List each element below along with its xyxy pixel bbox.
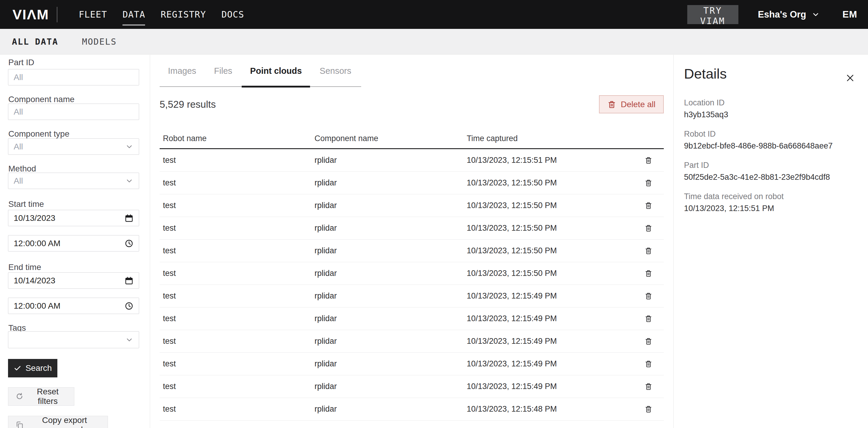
component-type-select[interactable]: All [8, 138, 139, 155]
table-row[interactable]: test rplidar 10/13/2023, 12:15:50 PM [160, 262, 664, 285]
clock-icon [125, 239, 133, 248]
details-panel: Details Location ID h3yb135aq3 Robot ID … [673, 55, 868, 428]
part-id-detail-value: 50f25de2-5a3c-41e2-8b81-23e2f9b4cdf8 [684, 173, 859, 182]
tab-files[interactable]: Files [206, 55, 241, 86]
nav-item-fleet[interactable]: FLEET [79, 7, 107, 22]
chevron-down-icon [125, 336, 133, 344]
delete-row-button[interactable] [643, 426, 654, 428]
end-date-value: 10/14/2023 [14, 276, 125, 285]
end-time-value: 12:00:00 AM [14, 301, 125, 311]
table-row[interactable]: test rplidar 10/13/2023, 12:15:49 PM [160, 353, 664, 375]
close-details-button[interactable] [844, 72, 857, 85]
org-name: Esha's Org [758, 9, 806, 20]
delete-all-button[interactable]: Delete all [599, 95, 664, 113]
search-button[interactable]: Search [8, 359, 57, 377]
robot-id-label: Robot ID [684, 130, 859, 139]
delete-row-button[interactable] [643, 200, 654, 211]
part-id-detail-label: Part ID [684, 161, 859, 170]
reset-icon [16, 392, 24, 401]
trash-icon [644, 201, 653, 210]
start-date-input[interactable]: 10/13/2023 [8, 210, 139, 226]
method-label: Method [8, 164, 36, 173]
top-nav-bar: VIΛM FLEET DATA REGISTRY DOCS TRY VIAM E… [0, 0, 868, 29]
table-row[interactable]: test rplidar 10/13/2023, 12:15:51 PM [160, 149, 664, 172]
cell-component-name: rplidar [311, 314, 463, 323]
avatar[interactable]: EM [842, 9, 857, 20]
org-menu[interactable]: Esha's Org [758, 9, 820, 20]
nav-item-registry[interactable]: REGISTRY [160, 7, 206, 22]
table-row[interactable]: test rplidar 10/13/2023, 12:15:49 PM [160, 330, 664, 353]
component-type-label: Component type [8, 129, 69, 139]
filters-sidebar: Part ID All Component name All Component… [0, 55, 150, 428]
details-field: Time data received on robot 10/13/2023, … [684, 192, 859, 213]
delete-row-button[interactable] [643, 155, 654, 166]
delete-row-button[interactable] [643, 359, 654, 369]
reset-filters-label: Reset filters [29, 387, 67, 406]
cell-component-name: rplidar [311, 201, 463, 210]
tab-point-clouds[interactable]: Point clouds [242, 55, 310, 86]
table-row[interactable]: test rplidar 10/13/2023, 12:15:48 PM [160, 421, 664, 428]
table-header: Robot name Component name Time captured [160, 129, 664, 149]
table-row[interactable]: test rplidar 10/13/2023, 12:15:49 PM [160, 285, 664, 308]
reset-filters-button[interactable]: Reset filters [8, 387, 74, 406]
delete-row-button[interactable] [643, 336, 654, 347]
component-name-input[interactable]: All [8, 104, 139, 120]
delete-row-button[interactable] [643, 177, 654, 189]
cell-time-captured: 10/13/2023, 12:15:48 PM [463, 404, 633, 414]
copy-export-button[interactable]: Copy export command [8, 416, 108, 428]
cell-component-name: rplidar [311, 291, 463, 301]
cell-actions [633, 336, 664, 347]
cell-actions [633, 155, 664, 166]
robot-id-value: 9b12ebcf-bfe8-486e-988b-6a668648aee7 [684, 141, 859, 151]
time-received-label: Time data received on robot [684, 192, 859, 201]
delete-row-button[interactable] [643, 268, 654, 279]
tab-images[interactable]: Images [160, 55, 205, 86]
column-component-name: Component name [311, 134, 463, 143]
copy-icon [16, 421, 24, 428]
table-row[interactable]: test rplidar 10/13/2023, 12:15:50 PM [160, 172, 664, 194]
start-time-input[interactable]: 12:00:00 AM [8, 235, 139, 252]
cell-time-captured: 10/13/2023, 12:15:50 PM [463, 201, 633, 210]
end-time-input[interactable]: 12:00:00 AM [8, 297, 139, 314]
cell-robot-name: test [160, 382, 311, 391]
component-name-placeholder: All [14, 107, 133, 117]
tab-models[interactable]: MODELS [82, 37, 117, 47]
table-row[interactable]: test rplidar 10/13/2023, 12:15:50 PM [160, 217, 664, 239]
results-count: 5,529 results [160, 99, 216, 110]
end-date-input[interactable]: 10/14/2023 [8, 272, 139, 289]
column-robot-name: Robot name [160, 134, 311, 143]
delete-row-button[interactable] [643, 404, 654, 415]
cell-time-captured: 10/13/2023, 12:15:49 PM [463, 337, 633, 346]
tab-sensors[interactable]: Sensors [311, 55, 360, 86]
table-row[interactable]: test rplidar 10/13/2023, 12:15:49 PM [160, 375, 664, 398]
delete-row-button[interactable] [643, 313, 654, 324]
delete-row-button[interactable] [643, 223, 654, 234]
delete-row-button[interactable] [643, 381, 654, 392]
cell-time-captured: 10/13/2023, 12:15:49 PM [463, 359, 633, 369]
cell-component-name: rplidar [311, 269, 463, 278]
table-row[interactable]: test rplidar 10/13/2023, 12:15:50 PM [160, 194, 664, 217]
location-id-label: Location ID [684, 98, 859, 108]
nav-item-docs[interactable]: DOCS [221, 7, 244, 22]
tags-select[interactable] [8, 331, 139, 348]
nav-item-data[interactable]: DATA [122, 7, 145, 22]
table-row[interactable]: test rplidar 10/13/2023, 12:15:49 PM [160, 308, 664, 330]
delete-row-button[interactable] [643, 290, 654, 302]
try-viam-button[interactable]: TRY VIAM [687, 5, 738, 24]
cell-component-name: rplidar [311, 246, 463, 255]
viam-logo[interactable]: VIΛM [12, 6, 49, 23]
delete-all-label: Delete all [621, 100, 655, 109]
trash-icon [644, 405, 653, 413]
table-row[interactable]: test rplidar 10/13/2023, 12:15:50 PM [160, 239, 664, 262]
part-id-input[interactable]: All [8, 69, 139, 85]
cell-time-captured: 10/13/2023, 12:15:49 PM [463, 314, 633, 323]
trash-icon [607, 100, 616, 109]
table-row[interactable]: test rplidar 10/13/2023, 12:15:48 PM [160, 398, 664, 421]
data-type-tabs: Images Files Point clouds Sensors [160, 55, 361, 87]
cell-actions [633, 200, 664, 211]
location-id-value: h3yb135aq3 [684, 110, 859, 119]
component-name-label: Component name [8, 95, 74, 104]
delete-row-button[interactable] [643, 245, 654, 256]
tab-all-data[interactable]: ALL DATA [12, 37, 58, 47]
method-select[interactable]: All [8, 173, 139, 189]
